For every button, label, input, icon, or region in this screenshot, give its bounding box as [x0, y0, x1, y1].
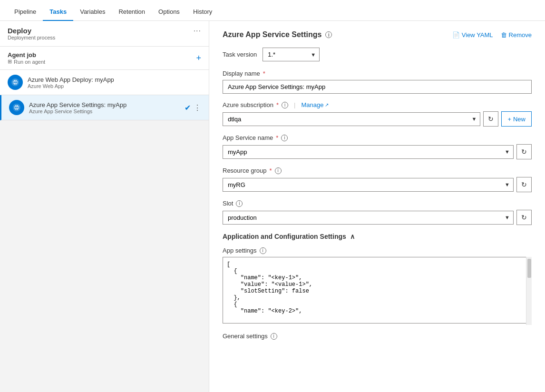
panel-actions: 📄 View YAML 🗑 Remove: [452, 31, 532, 39]
subscription-divider: |: [294, 101, 295, 108]
display-name-required-indicator: *: [263, 70, 265, 77]
app-service-name-label: App Service name * i: [223, 134, 532, 141]
app-settings-info-icon[interactable]: i: [260, 247, 266, 254]
app-service-name-select[interactable]: myApp: [223, 145, 514, 159]
main-layout: Deploy Deployment process ··· Agent job …: [0, 21, 545, 392]
azure-subscription-required-indicator: *: [276, 101, 279, 108]
app-config-collapse-icon: ∧: [350, 233, 355, 240]
azure-subscription-select[interactable]: dtlqa: [223, 112, 480, 126]
nav-tasks[interactable]: Tasks: [43, 3, 73, 21]
scrollbar-thumb: [527, 259, 531, 278]
app-service-name-refresh-button[interactable]: ↻: [516, 144, 532, 159]
resource-group-row: Resource group * i myRG ▼ ↻: [223, 167, 532, 192]
agent-job-subtitle: ⊞ Run on agent: [8, 59, 45, 65]
app-settings-label: App settings i: [223, 247, 532, 254]
right-panel: Azure App Service Settings i 📄 View YAML…: [209, 21, 545, 392]
deploy-title: Deploy: [8, 27, 55, 35]
task-azure-web-app-title: Azure Web App Deploy: myApp: [28, 76, 201, 83]
slot-select-row: production ▼ ↻: [223, 210, 532, 225]
slot-info-icon[interactable]: i: [236, 200, 243, 207]
azure-subscription-row: Azure subscription * i | Manage ↗ dtlqa …: [223, 101, 532, 127]
view-yaml-button[interactable]: 📄 View YAML: [452, 31, 493, 39]
resource-group-info-icon[interactable]: i: [275, 167, 282, 174]
app-service-name-required-indicator: *: [276, 134, 278, 141]
app-settings-code-wrapper: [ { "name": "<key-1>", "value": "<value-…: [223, 257, 532, 325]
deploy-ellipsis-button[interactable]: ···: [194, 27, 201, 35]
panel-title: Azure App Service Settings i: [223, 30, 332, 39]
deploy-subtitle: Deployment process: [8, 35, 55, 40]
app-service-name-info-icon[interactable]: i: [281, 135, 288, 141]
app-settings-textarea[interactable]: [ { "name": "<key-1>", "value": "<value-…: [223, 257, 532, 323]
azure-subscription-refresh-button[interactable]: ↻: [483, 111, 498, 127]
yaml-icon: 📄: [452, 31, 460, 39]
task-version-label: Task version: [223, 51, 257, 58]
general-settings-label: General settings i: [223, 333, 532, 340]
task-item-azure-web-app[interactable]: Azure Web App Deploy: myApp Azure Web Ap…: [0, 70, 209, 95]
display-name-input[interactable]: [223, 80, 532, 94]
nav-pipeline[interactable]: Pipeline: [8, 3, 43, 21]
app-config-section-header[interactable]: Application and Configuration Settings ∧: [223, 233, 532, 240]
task-more-options-icon[interactable]: ⋮: [194, 103, 201, 112]
azure-subscription-new-button[interactable]: + New: [501, 111, 532, 127]
resource-group-select[interactable]: myRG: [223, 178, 514, 192]
task-app-service-settings-actions: ✔ ⋮: [185, 103, 201, 112]
top-nav: Pipeline Tasks Variables Retention Optio…: [0, 0, 545, 21]
trash-icon: 🗑: [501, 31, 507, 39]
subscription-label-row: Azure subscription * i | Manage ↗: [223, 101, 532, 108]
task-azure-web-app-subtitle: Azure Web App: [28, 83, 201, 89]
panel-header: Azure App Service Settings i 📄 View YAML…: [223, 30, 532, 39]
deploy-info: Deploy Deployment process: [8, 27, 55, 40]
task-item-app-service-settings[interactable]: Azure App Service Settings: myApp Azure …: [0, 95, 209, 120]
nav-history[interactable]: History: [186, 3, 219, 21]
resource-group-refresh-button[interactable]: ↻: [516, 177, 532, 192]
agent-job-row: Agent job ⊞ Run on agent +: [0, 47, 209, 70]
app-service-name-select-row: myApp ▼ ↻: [223, 144, 532, 159]
app-service-name-row: App Service name * i myApp ▼ ↻: [223, 134, 532, 159]
app-service-name-select-wrapper: myApp ▼: [223, 145, 514, 159]
app-settings-row: App settings i [ { "name": "<key-1>", "v…: [223, 247, 532, 325]
agent-job-info: Agent job ⊞ Run on agent: [8, 51, 45, 65]
resource-group-select-row: myRG ▼ ↻: [223, 177, 532, 192]
resource-group-select-wrapper: myRG ▼: [223, 178, 514, 192]
panel-title-info-icon[interactable]: i: [325, 31, 332, 38]
task-app-service-settings-subtitle: Azure App Service Settings: [29, 108, 180, 114]
nav-variables[interactable]: Variables: [73, 3, 112, 21]
azure-subscription-label: Azure subscription * i: [223, 101, 288, 108]
left-panel: Deploy Deployment process ··· Agent job …: [0, 21, 209, 392]
slot-row: Slot i production ▼ ↻: [223, 200, 532, 225]
task-version-row: Task version 1.* ▼: [223, 48, 532, 61]
task-app-service-settings-icon: [9, 100, 24, 115]
nav-retention[interactable]: Retention: [112, 3, 152, 21]
task-version-select[interactable]: 1.*: [263, 48, 320, 61]
slot-refresh-button[interactable]: ↻: [516, 210, 532, 225]
azure-subscription-select-row: dtlqa ▼ ↻ + New: [223, 111, 532, 127]
manage-link[interactable]: Manage ↗: [301, 101, 329, 108]
azure-subscription-select-wrapper: dtlqa ▼: [223, 112, 480, 126]
remove-button[interactable]: 🗑 Remove: [501, 31, 532, 39]
slot-label: Slot i: [223, 200, 532, 207]
task-app-service-settings-info: Azure App Service Settings: myApp Azure …: [29, 101, 180, 114]
azure-subscription-info-icon[interactable]: i: [282, 102, 288, 108]
scrollbar[interactable]: [526, 257, 532, 325]
task-app-service-settings-title: Azure App Service Settings: myApp: [29, 101, 180, 108]
resource-group-required-indicator: *: [270, 167, 272, 174]
display-name-label: Display name *: [223, 70, 532, 77]
slot-select-wrapper: production ▼: [223, 211, 514, 225]
nav-options[interactable]: Options: [152, 3, 186, 21]
display-name-row: Display name *: [223, 70, 532, 94]
agent-job-title: Agent job: [8, 51, 45, 59]
task-check-icon: ✔: [185, 103, 191, 112]
server-icon: ⊞: [8, 59, 12, 65]
add-task-button[interactable]: +: [196, 53, 201, 63]
task-azure-web-app-info: Azure Web App Deploy: myApp Azure Web Ap…: [28, 76, 201, 89]
deploy-header: Deploy Deployment process ···: [0, 21, 209, 47]
task-azure-web-app-icon: [8, 75, 23, 90]
resource-group-label: Resource group * i: [223, 167, 532, 174]
external-link-icon: ↗: [325, 102, 329, 108]
general-settings-info-icon[interactable]: i: [271, 333, 277, 340]
plus-icon: +: [507, 116, 511, 123]
slot-select[interactable]: production: [223, 211, 514, 225]
